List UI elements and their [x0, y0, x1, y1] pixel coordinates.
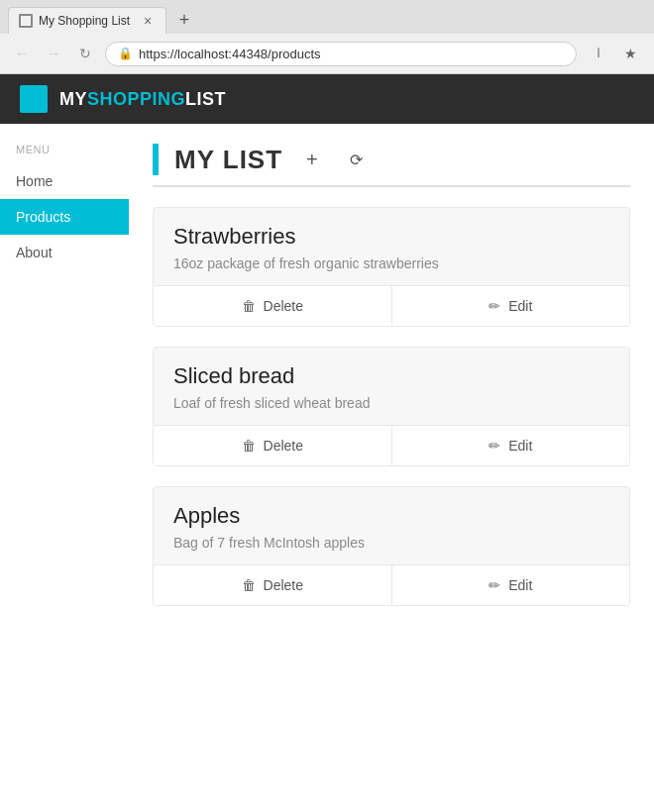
edit-label: Edit [508, 438, 532, 454]
product-name: Strawberries [173, 224, 609, 250]
product-card: Sliced bread Loaf of fresh sliced wheat … [153, 347, 630, 466]
edit-icon: ✏ [489, 577, 500, 593]
edit-button[interactable]: ✏ Edit [392, 565, 630, 605]
brand-list: LIST [185, 89, 226, 109]
product-name: Sliced bread [173, 363, 609, 389]
address-input[interactable]: 🔒 https://localhost:44348/products [105, 42, 577, 66]
delete-label: Delete [264, 438, 303, 454]
product-description: 16oz package of fresh organic strawberri… [173, 255, 609, 271]
brand-name: MYSHOPPINGLIST [59, 89, 226, 110]
edit-icon: ✏ [489, 298, 500, 314]
trash-icon: 🗑 [242, 577, 256, 593]
page-layout: MENU Home Products About MY LIST + ⟳ Str… [0, 124, 654, 797]
url-text: https://localhost:44348/products [139, 47, 321, 61]
address-bar: ← → ↻ 🔒 https://localhost:44348/products… [0, 34, 654, 73]
card-actions: 🗑 Delete ✏ Edit [154, 425, 629, 465]
browser-actions: ｌ ★ [585, 40, 644, 67]
new-tab-button[interactable]: + [170, 6, 198, 34]
edit-button[interactable]: ✏ Edit [392, 286, 630, 326]
heading-accent [153, 144, 159, 175]
card-body: Sliced bread Loaf of fresh sliced wheat … [154, 348, 629, 425]
lock-icon: 🔒 [118, 47, 133, 60]
tab-favicon [19, 14, 33, 28]
sidebar: MENU Home Products About [0, 124, 129, 797]
page-title: MY LIST [174, 145, 282, 175]
product-card: Apples Bag of 7 fresh McIntosh apples 🗑 … [153, 486, 630, 606]
trash-icon: 🗑 [242, 438, 256, 454]
sidebar-item-home[interactable]: Home [0, 163, 129, 199]
refresh-button[interactable]: ⟳ [342, 147, 371, 173]
reload-button[interactable]: ↻ [73, 42, 97, 65]
main-content: MY LIST + ⟳ Strawberries 16oz package of… [129, 124, 654, 797]
card-actions: 🗑 Delete ✏ Edit [154, 285, 629, 326]
delete-button[interactable]: 🗑 Delete [154, 565, 392, 605]
brand-my: MY [59, 89, 87, 109]
back-button[interactable]: ← [10, 42, 34, 65]
card-body: Strawberries 16oz package of fresh organ… [154, 208, 629, 285]
edit-button[interactable]: ✏ Edit [392, 426, 630, 465]
edit-icon: ✏ [489, 438, 500, 454]
product-description: Bag of 7 fresh McIntosh apples [173, 535, 609, 551]
tab-title: My Shopping List [39, 14, 130, 28]
trash-icon: 🗑 [242, 298, 256, 314]
product-card: Strawberries 16oz package of fresh organ… [153, 207, 630, 327]
logo-icon [20, 85, 48, 113]
product-description: Loaf of fresh sliced wheat bread [173, 395, 609, 411]
card-actions: 🗑 Delete ✏ Edit [154, 564, 629, 605]
delete-label: Delete [264, 298, 303, 314]
add-item-button[interactable]: + [298, 145, 326, 175]
page-heading: MY LIST + ⟳ [153, 144, 630, 187]
card-body: Apples Bag of 7 fresh McIntosh apples [154, 487, 629, 564]
app-header: MYSHOPPINGLIST [0, 74, 654, 124]
active-tab[interactable]: My Shopping List × [8, 7, 166, 34]
sidebar-item-products[interactable]: Products [0, 199, 129, 235]
edit-label: Edit [508, 577, 532, 593]
sidebar-item-about[interactable]: About [0, 235, 129, 270]
delete-label: Delete [264, 577, 303, 593]
menu-label: MENU [0, 144, 129, 155]
read-mode-button[interactable]: ｌ [585, 40, 612, 67]
favorites-button[interactable]: ★ [616, 40, 644, 67]
delete-button[interactable]: 🗑 Delete [154, 426, 392, 465]
edit-label: Edit [508, 298, 532, 314]
delete-button[interactable]: 🗑 Delete [154, 286, 392, 326]
forward-button[interactable]: → [42, 42, 65, 65]
tab-bar: My Shopping List × + [0, 0, 654, 34]
tab-close-button[interactable]: × [140, 13, 156, 29]
brand-shopping: SHOPPING [87, 89, 185, 109]
browser-chrome: My Shopping List × + ← → ↻ 🔒 https://loc… [0, 0, 654, 74]
product-name: Apples [173, 503, 609, 529]
